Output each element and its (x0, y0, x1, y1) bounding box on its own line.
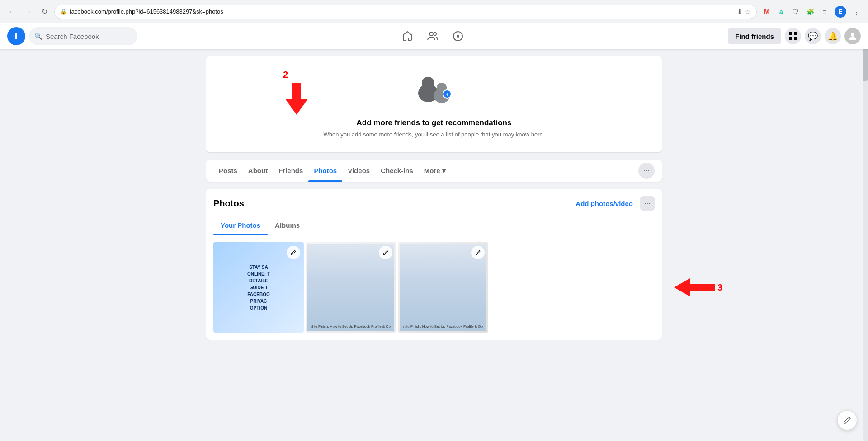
photo-edit-button-3[interactable] (471, 246, 485, 259)
suggestion-card-wrapper: 2 + Add more friends to get recommendati… (206, 56, 662, 152)
search-icon: 🔍 (34, 33, 42, 40)
subtab-albums[interactable]: Albums (268, 216, 307, 235)
chevron-down-icon: ▾ (442, 167, 446, 175)
svg-rect-6 (794, 37, 797, 40)
svg-text:+: + (445, 91, 448, 98)
photo-item-1[interactable]: STAY SAONLINE: TDETAILEGUIDE TFACEBOOPRI… (213, 242, 304, 333)
photos-ellipsis-button[interactable]: ··· (640, 196, 655, 211)
ellipsis-icon: ··· (643, 166, 650, 175)
browser-menu-button[interactable]: ⋮ (850, 5, 863, 18)
photos-title: Photos (213, 198, 244, 209)
gmail-ext-icon[interactable]: M (760, 5, 773, 18)
suggestion-card: + Add more friends to get recommendation… (206, 56, 662, 152)
extension-icons: M a 🛡 🧩 ≡ (760, 5, 831, 18)
address-bar[interactable]: 🔒 facebook.com/profile.php?id=6156381498… (54, 5, 757, 19)
svg-point-0 (429, 32, 433, 36)
grammarly-ext-icon[interactable]: a (775, 5, 788, 18)
photos-actions: Add photos/video ··· (572, 196, 655, 211)
browser-profile-button[interactable]: E (835, 6, 846, 18)
tab-friends[interactable]: Friends (273, 160, 308, 182)
tab-ellipsis-button[interactable]: ··· (638, 163, 655, 179)
svg-point-2 (457, 35, 459, 38)
facebook-header: f 🔍 Search Facebook Find friends (0, 23, 868, 49)
search-placeholder: Search Facebook (46, 33, 99, 40)
photos-ellipsis-icon: ··· (644, 199, 650, 207)
suggestion-title: Add more friends to get recommendations (357, 118, 512, 127)
svg-marker-15 (674, 278, 715, 296)
nav-home-icon[interactable] (396, 25, 418, 47)
tab-photos[interactable]: Photos (308, 160, 342, 182)
url-text: facebook.com/profile.php?id=615638149832… (70, 8, 734, 15)
back-button[interactable]: ← (5, 5, 18, 18)
photo-grid: STAY SAONLINE: TDETAILEGUIDE TFACEBOOPRI… (213, 242, 655, 333)
profile-tabs: Posts About Friends Photos Videos Check-… (206, 160, 662, 182)
fb-logo-letter: f (14, 30, 18, 42)
page-scrollbar[interactable] (863, 23, 868, 340)
nav-friends-icon[interactable] (422, 25, 443, 47)
svg-point-10 (422, 77, 434, 89)
download-icon: ⬇ (737, 8, 742, 15)
nav-right: Find friends 💬 🔔 (728, 28, 861, 44)
annotation-num-3: 3 (717, 282, 722, 293)
find-friends-button[interactable]: Find friends (728, 28, 781, 44)
nav-watch-icon[interactable] (447, 25, 469, 47)
add-photos-button[interactable]: Add photos/video (572, 198, 637, 209)
grid-menu-button[interactable] (785, 28, 801, 44)
forward-button[interactable]: → (22, 5, 34, 18)
red-arrow-left (674, 276, 715, 299)
reload-button[interactable]: ↻ (38, 5, 51, 18)
user-avatar[interactable] (844, 28, 861, 44)
friends-illustration: + (414, 70, 454, 111)
tab-about[interactable]: About (243, 160, 273, 182)
browser-chrome: ← → ↻ 🔒 facebook.com/profile.php?id=6156… (0, 0, 868, 23)
star-icon: ☆ (745, 8, 751, 15)
photo-subtabs: Your Photos Albums (213, 216, 655, 235)
messenger-button[interactable]: 💬 (805, 28, 821, 44)
svg-rect-3 (789, 32, 792, 35)
nav-center (137, 25, 728, 47)
svg-rect-5 (789, 37, 792, 40)
photo-edit-button-2[interactable] (379, 246, 392, 259)
photo-item-3[interactable]: rt to Finish: How to Set Up Facebook Pro… (398, 242, 488, 333)
tab-more-label: More (424, 167, 440, 174)
photo-edit-button-1[interactable] (287, 246, 300, 259)
annotation-3: 3 (674, 276, 722, 299)
tab-more-button[interactable]: More ▾ (419, 163, 451, 178)
main-content: 2 + Add more friends to get recommendati… (199, 49, 669, 340)
notifications-button[interactable]: 🔔 (825, 28, 841, 44)
suggestion-subtitle: When you add some more friends, you'll s… (324, 131, 545, 138)
tab-videos[interactable]: Videos (342, 160, 375, 182)
lock-icon: 🔒 (60, 9, 67, 15)
svg-rect-4 (794, 32, 797, 35)
tab-checkins[interactable]: Check-ins (375, 160, 419, 182)
fb-logo[interactable]: f (7, 27, 25, 45)
shield-ext-icon[interactable]: 🛡 (789, 5, 802, 18)
puzzle-ext-icon[interactable]: 🧩 (804, 5, 816, 18)
tab-posts[interactable]: Posts (213, 160, 243, 182)
svg-point-7 (851, 33, 854, 37)
photos-section: Photos Add photos/video ··· Your Photos … (206, 189, 662, 340)
photo-grid-wrapper: STAY SAONLINE: TDETAILEGUIDE TFACEBOOPRI… (213, 242, 655, 333)
photos-header: Photos Add photos/video ··· (213, 196, 655, 211)
list-ext-icon[interactable]: ≡ (818, 5, 831, 18)
search-bar[interactable]: 🔍 Search Facebook (29, 27, 137, 45)
photo-item-2[interactable]: rt to Finish: How to Set Up Facebook Pro… (306, 242, 396, 333)
subtab-your-photos[interactable]: Your Photos (213, 216, 268, 235)
